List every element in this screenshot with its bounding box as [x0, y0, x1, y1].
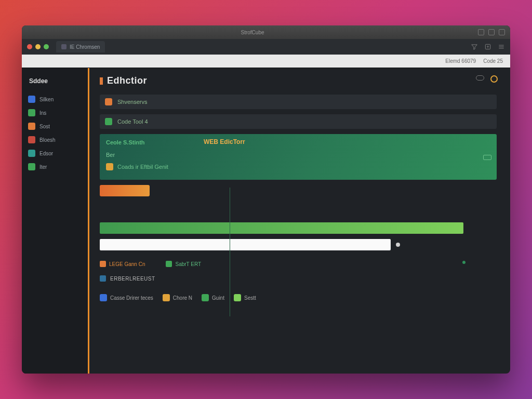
tab-active[interactable]: IE Chromsen: [56, 41, 105, 52]
cloud-icon[interactable]: [476, 75, 484, 81]
toolbar-button-2[interactable]: Guint: [202, 294, 224, 301]
os-title: StrofCube: [27, 30, 478, 35]
text-input[interactable]: [100, 239, 391, 250]
square-icon: [100, 294, 107, 301]
export-icon[interactable]: [484, 43, 491, 50]
square-icon: [28, 150, 35, 157]
square-icon: [28, 163, 35, 170]
legend-item-1[interactable]: SabrT ERT: [166, 261, 201, 267]
app-titlebar: IE Chromsen: [22, 39, 510, 55]
caret-icon: [100, 77, 103, 85]
hero-panel[interactable]: Ceole S.Stinth WEB EdicTorr Ber Coads ir…: [100, 134, 497, 180]
close-icon[interactable]: [499, 29, 505, 35]
swatch-icon: [100, 261, 106, 267]
zoom-dot-icon[interactable]: [44, 44, 49, 49]
filter-icon[interactable]: [471, 43, 478, 50]
square-icon: [28, 96, 35, 103]
row-label: Code Tool 4: [117, 118, 148, 125]
sidebar-item-1[interactable]: Ins: [22, 107, 88, 119]
status-text: Elemd 66079: [445, 58, 476, 64]
list-row-1[interactable]: Code Tool 4: [100, 114, 497, 129]
toolbar-button-3[interactable]: Sestt: [234, 294, 256, 301]
sidebar-item-3[interactable]: Bloesh: [22, 134, 88, 146]
square-icon: [202, 294, 209, 301]
sidebar-item-label: Sost: [39, 124, 50, 129]
sidebar-item-label: Iter: [39, 164, 47, 170]
sidebar-item-5[interactable]: Iter: [22, 161, 88, 173]
record-dot-icon[interactable]: [396, 243, 400, 247]
chip-accent[interactable]: [100, 185, 150, 196]
swatch-icon: [166, 261, 172, 267]
tab-icon: [61, 44, 66, 49]
input-bar-wrap: [100, 239, 497, 250]
square-icon: [234, 294, 241, 301]
sync-icon[interactable]: [490, 75, 498, 83]
list-row-0[interactable]: Shvenservs: [100, 95, 497, 109]
square-icon: [100, 275, 106, 282]
hero-line-1: Ceole S.Stinth: [106, 139, 490, 145]
square-icon: [28, 123, 35, 130]
menu-icon[interactable]: [498, 43, 505, 50]
status-strip: Elemd 66079 Code 25: [22, 55, 510, 68]
badge-icon: [106, 163, 113, 170]
section-title: ERBERLREEUST: [100, 275, 497, 282]
square-icon: [105, 118, 112, 125]
sidebar-item-2[interactable]: Sost: [22, 120, 88, 132]
close-dot-icon[interactable]: [27, 44, 32, 49]
legend-item-0[interactable]: LEGE Gann Cn: [100, 261, 145, 267]
sidebar-item-4[interactable]: Edsor: [22, 147, 88, 159]
sidebar-item-label: Bloesh: [39, 137, 56, 143]
main-panel: Edhctior Shvenservs Code Tool 4 Ceole S.…: [89, 68, 510, 374]
sidebar: Sddee Silken Ins Sost Bloesh Edsor Iter: [22, 68, 89, 374]
minimize-dot-icon[interactable]: [35, 44, 41, 49]
status-code: Code 25: [483, 58, 503, 64]
hero-line-3: Ber: [106, 152, 115, 158]
progress-bar-green[interactable]: [100, 222, 463, 234]
sidebar-item-label: Edsor: [39, 151, 53, 156]
square-icon: [105, 98, 112, 105]
sidebar-item-label: Ins: [39, 110, 46, 116]
hero-subtitle: WEB EdicTorr: [204, 138, 245, 145]
page-title: Edhctior: [100, 75, 497, 86]
hero-badge: Coads ir Eftbil Genit: [106, 163, 168, 170]
row-label: Shvenservs: [117, 99, 147, 105]
square-icon: [28, 109, 35, 116]
bottom-toolbar: Casse Drirer teces Chore N Guint Sestt: [100, 294, 497, 301]
os-titlebar: StrofCube: [22, 25, 510, 39]
sidebar-item-0[interactable]: Silken: [22, 93, 88, 105]
toolbar-button-1[interactable]: Chore N: [163, 294, 192, 301]
vertical-divider: [230, 188, 230, 316]
sidebar-item-label: Silken: [39, 97, 54, 102]
toolbar-button-0[interactable]: Casse Drirer teces: [100, 294, 153, 301]
legend: LEGE Gann Cn SabrT ERT: [100, 261, 497, 267]
square-icon: [28, 136, 35, 143]
square-icon: [163, 294, 170, 301]
tab-label: IE Chromsen: [70, 44, 100, 50]
traffic-lights[interactable]: [27, 44, 49, 49]
app-window: StrofCube IE Chromsen Elemd 66079 Code 2…: [22, 25, 510, 374]
os-window-controls[interactable]: [478, 29, 505, 35]
status-dot-icon: [462, 261, 466, 264]
sidebar-title: Sddee: [22, 75, 88, 92]
keyboard-icon[interactable]: [483, 155, 491, 160]
minimize-icon[interactable]: [478, 29, 484, 35]
maximize-icon[interactable]: [488, 29, 495, 35]
